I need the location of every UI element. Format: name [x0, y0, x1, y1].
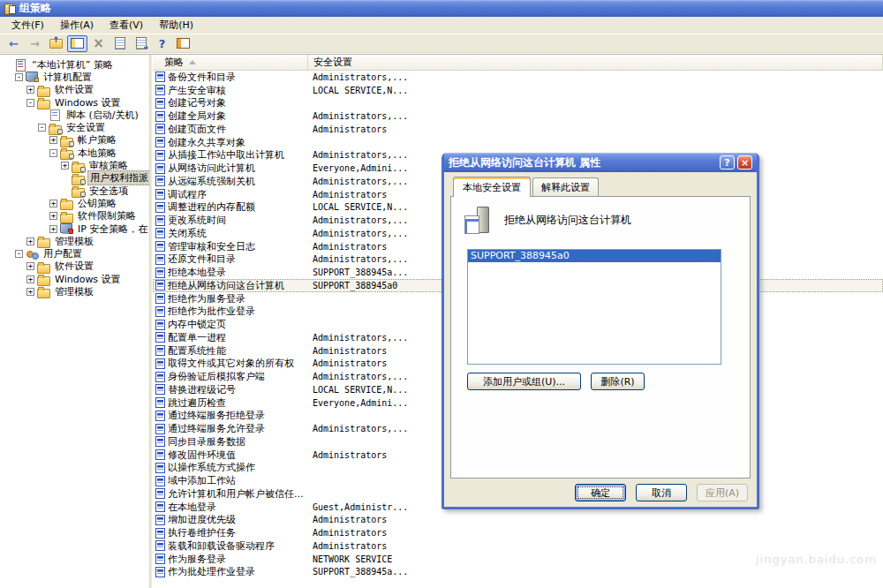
tab-explain-this-setting[interactable]: 解释此设置: [532, 177, 599, 196]
back-icon[interactable]: ←: [4, 35, 24, 52]
user-group-listbox[interactable]: SUPPORT_388945a0: [467, 249, 721, 365]
table-row[interactable]: 备份文件和目录Administrators,...: [153, 71, 883, 84]
policy-doc-icon: [155, 411, 165, 421]
export-list-icon[interactable]: [131, 35, 151, 52]
expand-icon[interactable]: +: [49, 225, 57, 233]
expand-icon[interactable]: +: [26, 237, 34, 245]
computer-icon: [26, 72, 39, 82]
collapse-icon[interactable]: -: [15, 73, 23, 81]
properties-icon[interactable]: [109, 35, 130, 52]
tree-item-label: 管理模板: [53, 235, 95, 248]
policy-name: 从远端系统强制关机: [168, 175, 255, 188]
menu-file[interactable]: 文件(F): [4, 17, 52, 34]
folder-icon: [60, 211, 73, 222]
add-user-or-group-button[interactable]: 添加用户或组(U)...: [467, 373, 581, 390]
security-setting-value: Administrators: [308, 528, 883, 538]
policy-doc-icon: [155, 202, 165, 213]
expand-icon[interactable]: +: [49, 212, 57, 220]
users-icon: [26, 249, 39, 260]
expand-icon[interactable]: +: [26, 262, 34, 270]
tree-item[interactable]: +IP 安全策略，在: [0, 222, 149, 235]
context-help-icon[interactable]: [173, 35, 193, 52]
tree-item[interactable]: +软件限制策略: [0, 210, 149, 222]
policy-name-label: 拒绝从网络访问这台计算机: [504, 206, 631, 228]
tree-item[interactable]: 安全选项: [0, 185, 149, 197]
policy-name: 拒绝本地登录: [168, 266, 226, 279]
list-item[interactable]: SUPPORT_388945a0: [468, 250, 721, 262]
ok-button[interactable]: 确定: [575, 484, 626, 501]
tree-item[interactable]: -本地策略: [0, 147, 149, 159]
tree-item[interactable]: -用户配置: [0, 247, 149, 260]
tree-item[interactable]: -安全设置: [0, 121, 149, 133]
collapse-icon[interactable]: -: [26, 99, 34, 107]
tree-item[interactable]: 用户权利指派: [0, 172, 149, 185]
collapse-icon[interactable]: -: [38, 124, 46, 132]
tree-item[interactable]: +软件设置: [0, 260, 149, 273]
policy-doc-icon: [155, 215, 165, 226]
policy-doc-icon: [155, 358, 165, 369]
table-row[interactable]: 创建记号对象: [153, 97, 883, 110]
menu-help[interactable]: 帮助(H): [151, 17, 201, 34]
tree-item[interactable]: +管理模板: [0, 285, 149, 298]
policy-name: 配置系统性能: [168, 344, 226, 358]
collapse-icon[interactable]: -: [15, 250, 23, 258]
policy-doc-icon: [155, 72, 165, 82]
column-header-security-setting[interactable]: 安全设置: [308, 55, 883, 70]
policy-name: 拒绝从网络访问这台计算机: [168, 279, 284, 292]
help-icon[interactable]: ?: [152, 35, 172, 52]
table-row[interactable]: 作为批处理作业登录SUPPORT_388945a...: [153, 566, 883, 579]
policy-name: 允许计算机和用户帐户被信任...: [168, 487, 304, 501]
show-hide-console-tree-icon[interactable]: [67, 35, 87, 52]
tree-item[interactable]: -计算机配置: [0, 71, 149, 83]
console-tree: “本地计算机” 策略-计算机配置+软件设置-Windows 设置脚本 (启动/关…: [0, 55, 149, 588]
watermark: jingyan.baidu.com: [756, 553, 877, 566]
tree-item[interactable]: +公钥策略: [0, 197, 149, 209]
policy-name: 还原文件和目录: [168, 253, 236, 266]
remove-button[interactable]: 删除(R): [591, 373, 645, 390]
security-setting-value: Administrators,...: [308, 111, 883, 121]
expand-icon[interactable]: +: [26, 275, 34, 283]
tree-item[interactable]: +帐户策略: [0, 134, 149, 147]
policy-doc-icon: [155, 137, 165, 147]
table-row[interactable]: 增加进度优先级Administrators: [153, 514, 883, 527]
tree-item[interactable]: +管理模板: [0, 235, 149, 247]
policy-name: 增加进度优先级: [168, 513, 236, 526]
dialog-help-icon[interactable]: ?: [720, 155, 735, 170]
expand-icon[interactable]: +: [49, 200, 57, 207]
table-row[interactable]: 产生安全审核LOCAL SERVICE,N...: [153, 84, 883, 97]
policy-name: 通过终端服务允许登录: [168, 422, 265, 435]
window-titlebar[interactable]: 组策略: [0, 0, 883, 17]
tree-item[interactable]: +Windows 设置: [0, 273, 149, 285]
tree-item[interactable]: -Windows 设置: [0, 96, 149, 109]
cancel-button[interactable]: 取消: [636, 484, 687, 501]
table-row[interactable]: 创建页面文件Administrators: [153, 123, 883, 136]
policy-name: 作为服务登录: [168, 553, 226, 566]
column-header-policy[interactable]: 策略: [153, 55, 308, 70]
delete-icon[interactable]: ×: [88, 35, 109, 52]
policy-properties-dialog: 拒绝从网络访问这台计算机 属性 ? × 本地安全设置解释此设置 拒绝从网络访问这…: [442, 153, 759, 509]
expand-icon[interactable]: +: [61, 162, 69, 170]
menu-view[interactable]: 查看(V): [102, 17, 151, 34]
dialog-titlebar[interactable]: 拒绝从网络访问这台计算机 属性 ? ×: [444, 153, 757, 172]
policy-name: 作为批处理作业登录: [168, 565, 255, 578]
table-row[interactable]: 执行卷维护任务Administrators: [153, 526, 883, 539]
collapse-icon[interactable]: -: [49, 149, 57, 157]
up-one-level-icon[interactable]: [46, 35, 66, 52]
tree-item-label: 软件限制策略: [76, 209, 138, 222]
dialog-close-icon[interactable]: ×: [737, 155, 752, 170]
menu-action[interactable]: 操作(A): [52, 17, 102, 34]
table-row[interactable]: 创建永久共享对象: [153, 136, 883, 149]
folderlock-icon: [72, 185, 85, 196]
expand-icon[interactable]: +: [26, 288, 34, 296]
dialog-title: 拒绝从网络访问这台计算机 属性: [449, 155, 717, 170]
table-row[interactable]: 装载和卸载设备驱动程序Administrators: [153, 539, 883, 553]
expand-icon[interactable]: +: [49, 136, 57, 144]
forward-icon[interactable]: →: [25, 35, 45, 52]
policy-doc-icon: [155, 254, 165, 265]
table-row[interactable]: 创建全局对象Administrators,...: [153, 109, 883, 123]
tree-item[interactable]: “本地计算机” 策略: [0, 58, 149, 71]
tree-item[interactable]: +软件设置: [0, 84, 149, 96]
expand-icon[interactable]: +: [26, 86, 34, 94]
tab-local-security-setting[interactable]: 本地安全设置: [453, 177, 531, 197]
tree-item[interactable]: 脚本 (启动/关机): [0, 109, 149, 121]
